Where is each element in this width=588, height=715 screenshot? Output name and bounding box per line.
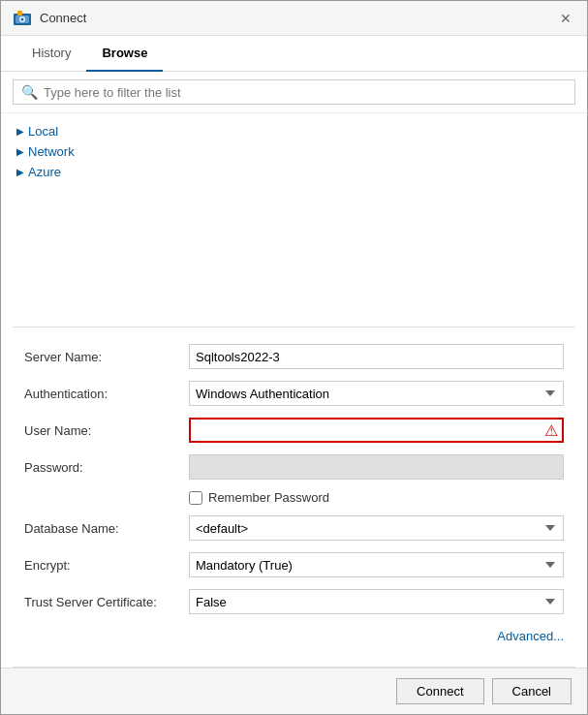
encrypt-label: Encrypt: <box>24 558 189 573</box>
username-input[interactable] <box>189 418 564 443</box>
tree-item-azure-label: Azure <box>28 165 61 179</box>
password-input[interactable] <box>189 454 564 480</box>
trust-cert-row: Trust Server Certificate: False True <box>24 588 564 615</box>
authentication-row: Authentication: Windows Authentication S… <box>24 380 564 407</box>
footer: Connect Cancel <box>1 668 587 714</box>
username-control: ⚠ <box>189 418 564 443</box>
search-icon: 🔍 <box>21 84 38 100</box>
username-row: User Name: ⚠ <box>24 417 564 444</box>
chevron-icon: ▶ <box>16 146 24 157</box>
search-input[interactable] <box>44 85 567 100</box>
error-icon: ⚠ <box>544 421 558 440</box>
chevron-icon: ▶ <box>16 126 24 137</box>
authentication-select[interactable]: Windows Authentication SQL Server Authen… <box>189 381 564 406</box>
connect-button[interactable]: Connect <box>396 678 483 704</box>
search-input-wrap: 🔍 <box>13 79 575 105</box>
search-bar: 🔍 <box>1 72 587 113</box>
server-name-control <box>189 344 564 369</box>
password-label: Password: <box>24 460 189 475</box>
server-name-row: Server Name: <box>24 343 564 370</box>
encrypt-row: Encrypt: Mandatory (True) Optional (Fals… <box>24 551 564 578</box>
tree-item-local-label: Local <box>28 124 58 139</box>
tree-item-local[interactable]: ▶ Local <box>16 121 572 141</box>
tree-item-network[interactable]: ▶ Network <box>16 141 572 162</box>
chevron-icon: ▶ <box>16 167 24 177</box>
username-label: User Name: <box>24 423 189 438</box>
trust-cert-select[interactable]: False True <box>189 589 564 614</box>
title-bar-left: Connect <box>13 9 86 28</box>
form-area: Server Name: Authentication: Windows Aut… <box>1 327 587 667</box>
remember-password-row: Remember Password <box>24 490 564 505</box>
title-bar: Connect ✕ <box>1 1 587 36</box>
remember-password-checkbox[interactable] <box>189 491 202 505</box>
database-name-select[interactable]: <default> <box>189 515 564 541</box>
server-name-input[interactable] <box>189 344 564 369</box>
tree-item-azure[interactable]: ▶ Azure <box>16 162 572 182</box>
app-icon <box>13 9 32 28</box>
cancel-button[interactable]: Cancel <box>492 678 572 704</box>
database-name-label: Database Name: <box>24 521 189 536</box>
authentication-label: Authentication: <box>24 387 189 401</box>
window-title: Connect <box>40 11 86 25</box>
svg-rect-2 <box>17 11 22 16</box>
tree-area: ▶ Local ▶ Network ▶ Azure <box>1 113 587 326</box>
advanced-link[interactable]: Advanced... <box>497 629 564 643</box>
authentication-control: Windows Authentication SQL Server Authen… <box>189 381 564 406</box>
database-name-control: <default> <box>189 515 564 541</box>
encrypt-control: Mandatory (True) Optional (False) Strict… <box>189 552 564 577</box>
server-name-label: Server Name: <box>24 350 189 364</box>
trust-cert-label: Trust Server Certificate: <box>24 595 189 609</box>
password-control <box>189 454 564 480</box>
connect-dialog: Connect ✕ History Browse 🔍 ▶ Local ▶ Net… <box>0 0 588 715</box>
trust-cert-control: False True <box>189 589 564 614</box>
encrypt-select[interactable]: Mandatory (True) Optional (False) Strict… <box>189 552 564 577</box>
tab-browse[interactable]: Browse <box>86 36 163 72</box>
password-row: Password: <box>24 453 564 481</box>
close-button[interactable]: ✕ <box>556 9 575 28</box>
database-name-row: Database Name: <default> <box>24 514 564 542</box>
tree-item-network-label: Network <box>28 144 75 159</box>
advanced-link-row: Advanced... <box>24 625 564 651</box>
svg-point-4 <box>21 17 24 20</box>
remember-password-label: Remember Password <box>208 490 329 505</box>
tab-bar: History Browse <box>1 36 587 72</box>
tab-history[interactable]: History <box>16 36 86 72</box>
